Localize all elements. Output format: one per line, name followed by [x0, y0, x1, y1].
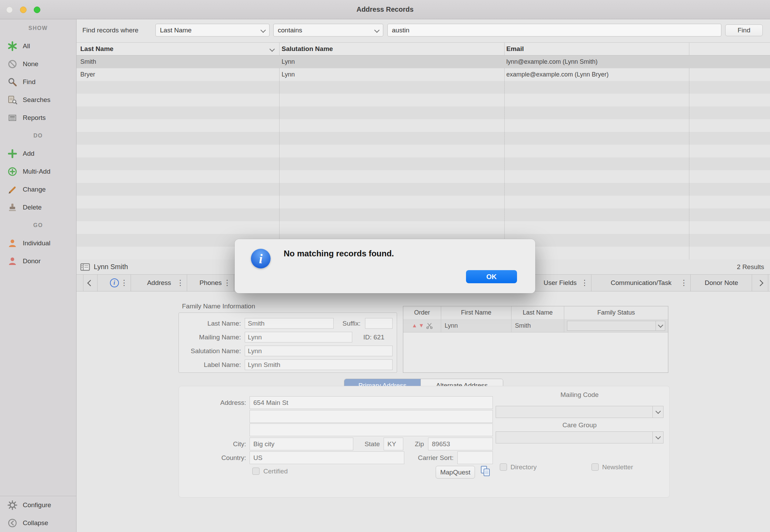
column-header-order: Order: [403, 306, 441, 319]
results-table-header: Last Name Salutation Name Email: [77, 42, 770, 55]
ok-button[interactable]: OK: [466, 270, 517, 283]
sidebar-item-delete[interactable]: Delete: [0, 198, 76, 216]
last-name-field[interactable]: [245, 318, 334, 329]
sidebar-item-searches[interactable]: Searches: [0, 91, 76, 109]
scissors-icon[interactable]: [426, 322, 433, 329]
tab-label: Phones: [200, 279, 222, 287]
family-member-row[interactable]: ▲ ▼ Lynn Smith: [403, 319, 668, 332]
sidebar-item-find[interactable]: Find: [0, 73, 76, 91]
sidebar-item-none[interactable]: None: [0, 55, 76, 73]
family-status-dropdown[interactable]: [567, 321, 665, 331]
tab-address[interactable]: Address ⋮: [131, 275, 187, 291]
family-table-header: Order First Name Last Name Family Status: [403, 306, 668, 319]
tab-menu-icon[interactable]: ⋮: [176, 279, 184, 287]
country-field[interactable]: [250, 451, 404, 464]
sidebar-item-label: Donor: [23, 257, 41, 265]
tab-info[interactable]: i ⋮: [97, 275, 131, 291]
titlebar: Address Records: [0, 0, 770, 19]
sidebar-item-all[interactable]: All: [0, 37, 76, 55]
certified-label: Certified: [263, 465, 288, 478]
certified-checkbox[interactable]: [252, 468, 260, 475]
sidebar-item-label: Reports: [23, 114, 46, 122]
mailing-name-field[interactable]: [245, 332, 352, 342]
column-separator: [504, 55, 505, 259]
tab-user-fields[interactable]: User Fields ⋮: [528, 275, 591, 291]
city-field[interactable]: [250, 438, 353, 450]
sidebar-item-multi-add[interactable]: Multi-Add: [0, 163, 76, 181]
newsletter-checkbox[interactable]: [591, 463, 599, 471]
cell-email: example@example.com (Lynn Bryer): [506, 68, 609, 81]
sidebar-item-label: Configure: [23, 501, 51, 509]
mapquest-button[interactable]: MapQuest: [436, 466, 475, 479]
tab-menu-icon[interactable]: ⋮: [680, 279, 688, 287]
find-button[interactable]: Find: [725, 24, 763, 36]
tab-label: Donor Note: [705, 279, 738, 287]
address-panel: Address: City: State Zip Country: Carrie…: [179, 386, 670, 498]
table-row[interactable]: Smith Lynn lynn@example.com (Lynn Smith): [77, 55, 770, 68]
chevron-down-icon: [374, 28, 380, 33]
move-down-button[interactable]: ▼: [419, 323, 424, 328]
collapse-circle-icon: [7, 518, 18, 529]
tab-label: User Fields: [544, 279, 577, 287]
tab-menu-icon[interactable]: ⋮: [223, 279, 231, 287]
sidebar-item-configure[interactable]: Configure: [0, 496, 76, 514]
info-icon[interactable]: i: [110, 278, 119, 287]
operator-dropdown-value: contains: [278, 27, 302, 34]
tab-phones[interactable]: Phones ⋮: [187, 275, 234, 291]
directory-checkbox[interactable]: [500, 463, 507, 471]
tab-back-button[interactable]: [83, 275, 98, 291]
address-line3-field[interactable]: [250, 423, 493, 436]
label-name-label: Label Name:: [179, 359, 241, 370]
column-separator: [279, 43, 280, 55]
sidebar-item-collapse[interactable]: Collapse: [0, 514, 76, 532]
copy-icon[interactable]: [480, 466, 491, 479]
sidebar-item-reports[interactable]: Reports: [0, 109, 76, 127]
move-up-button[interactable]: ▲: [412, 323, 417, 328]
label-name-field[interactable]: [245, 359, 393, 370]
tab-donor-note[interactable]: Donor Note: [690, 275, 752, 291]
care-group-dropdown[interactable]: [496, 431, 663, 443]
address-line1-field[interactable]: [250, 396, 493, 409]
sidebar-item-label: Searches: [23, 96, 50, 104]
operator-dropdown[interactable]: contains: [273, 24, 383, 37]
zip-field[interactable]: [428, 438, 493, 450]
salutation-name-label: Salutation Name:: [179, 346, 241, 356]
sidebar-section-go: GO: [0, 216, 76, 234]
care-group-label: Care Group: [496, 421, 663, 429]
carrier-sort-field[interactable]: [457, 451, 493, 464]
address-line2-field[interactable]: [250, 410, 493, 423]
tab-forward-button[interactable]: [752, 275, 768, 291]
table-row[interactable]: Bryer Lynn example@example.com (Lynn Bry…: [77, 68, 770, 81]
sort-chevron-icon[interactable]: [270, 47, 275, 52]
record-card-icon: [80, 263, 90, 273]
column-separator: [689, 43, 689, 55]
sidebar-section-do: DO: [0, 127, 76, 145]
column-header-last-name[interactable]: Last Name: [80, 43, 113, 55]
info-icon: i: [251, 249, 271, 268]
search-input[interactable]: [387, 24, 721, 37]
field-dropdown[interactable]: Last Name: [155, 24, 270, 37]
sidebar-item-add[interactable]: Add: [0, 145, 76, 163]
tab-communication-task[interactable]: Communication/Task ⋮: [591, 275, 691, 291]
results-table-body: Smith Lynn lynn@example.com (Lynn Smith)…: [77, 55, 770, 260]
sidebar-item-individual[interactable]: Individual: [0, 234, 76, 252]
field-dropdown-value: Last Name: [160, 27, 192, 34]
chevron-down-icon: [261, 28, 266, 33]
sidebar-item-label: All: [23, 42, 30, 50]
mailing-name-label: Mailing Name:: [179, 332, 241, 342]
tab-menu-icon[interactable]: ⋮: [581, 279, 588, 287]
column-header-last: Last Name: [511, 306, 564, 319]
results-count: 2 Results: [737, 259, 764, 274]
column-header-email[interactable]: Email: [506, 43, 524, 55]
mailing-code-dropdown[interactable]: [496, 406, 663, 418]
sidebar-item-donor[interactable]: Donor: [0, 252, 76, 270]
cell-last-name: Bryer: [80, 68, 95, 81]
sidebar-item-change[interactable]: Change: [0, 181, 76, 198]
state-field[interactable]: [384, 438, 403, 450]
salutation-name-field[interactable]: [245, 346, 393, 356]
record-id-text: ID: 621: [363, 332, 394, 342]
suffix-field[interactable]: [365, 318, 393, 329]
window-title: Address Records: [0, 0, 770, 19]
column-header-salutation[interactable]: Salutation Name: [282, 43, 333, 55]
tab-menu-icon[interactable]: ⋮: [120, 279, 128, 287]
